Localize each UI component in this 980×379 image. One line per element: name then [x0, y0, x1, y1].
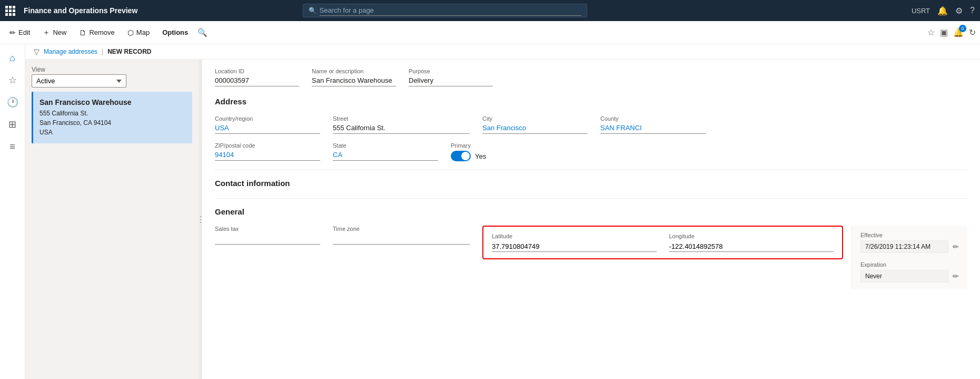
address-grid: Country/region USA Street 555 California…: [215, 115, 967, 134]
view-label: View: [32, 66, 192, 73]
time-zone-label: Time zone: [333, 226, 470, 232]
search-bar[interactable]: 🔍: [303, 4, 587, 17]
sales-tax-field: Sales tax: [215, 226, 320, 245]
breadcrumb-parent[interactable]: Manage addresses: [44, 48, 97, 55]
address-card[interactable]: San Francisco Warehouse 555 California S…: [32, 92, 192, 143]
view-field: View Active: [32, 66, 192, 88]
primary-value: Yes: [475, 152, 486, 160]
street-value[interactable]: 555 California St.: [333, 124, 470, 134]
longitude-label: Longitude: [669, 233, 834, 239]
modules-nav-icon[interactable]: ≡: [3, 137, 22, 156]
filter-icon: [34, 47, 39, 56]
user-label: USRT: [912, 7, 930, 15]
time-zone-input[interactable]: [333, 234, 470, 245]
recent-nav-icon[interactable]: 🕐: [3, 93, 22, 112]
favorites-nav-icon[interactable]: ☆: [3, 71, 22, 90]
top-bar: Finance and Operations Preview 🔍 USRT 🔔 …: [0, 0, 980, 21]
view-select[interactable]: Active: [32, 74, 126, 88]
new-icon: ＋: [43, 28, 50, 37]
purpose-label: Purpose: [409, 68, 493, 74]
county-label: County: [600, 115, 706, 122]
breadcrumb-separator: |: [102, 48, 103, 55]
country-value[interactable]: USA: [215, 124, 320, 134]
effective-field: Effective 7/26/2019 11:23:14 AM ✏: [860, 232, 959, 253]
zip-value[interactable]: 94104: [215, 151, 320, 161]
edit-button[interactable]: ✏ Edit: [4, 25, 35, 40]
expiration-edit-icon[interactable]: ✏: [953, 272, 959, 280]
address-section-header: Address: [215, 97, 967, 108]
street-label: Street: [333, 115, 470, 122]
address-card-line1: 555 California St.: [39, 109, 186, 118]
new-button[interactable]: ＋ New: [37, 25, 72, 41]
effective-edit-icon[interactable]: ✏: [953, 242, 959, 251]
expiration-field: Expiration Never ✏: [860, 261, 959, 283]
app-title: Finance and Operations Preview: [24, 6, 137, 15]
zip-label: ZIP/postal code: [215, 142, 320, 149]
primary-toggle-container: Yes: [451, 151, 546, 161]
toggle-knob: [461, 152, 470, 160]
location-id-label: Location ID: [215, 68, 299, 74]
remove-button[interactable]: 🗋 Remove: [74, 25, 120, 40]
breadcrumb: Manage addresses | NEW RECORD: [25, 44, 980, 60]
state-field: State CA: [333, 142, 438, 161]
address-grid-row2: ZIP/postal code 94104 State CA Primary: [215, 142, 967, 161]
time-zone-field: Time zone: [333, 226, 470, 245]
edit-icon: ✏: [9, 28, 16, 37]
primary-toggle[interactable]: [451, 151, 471, 161]
city-value[interactable]: San Francisco: [482, 124, 588, 134]
home-nav-icon[interactable]: ⌂: [3, 48, 22, 67]
latitude-field: Latitude: [492, 233, 657, 252]
options-button[interactable]: Options: [157, 25, 193, 40]
notification-icon[interactable]: 🔔: [937, 6, 948, 16]
panel-icon[interactable]: ▣: [940, 27, 948, 37]
workspaces-nav-icon[interactable]: ⊞: [3, 115, 22, 134]
settings-icon[interactable]: ⚙: [955, 6, 963, 16]
name-value[interactable]: San Francisco Warehouse: [312, 76, 396, 86]
expiration-value: Never: [860, 270, 948, 283]
address-card-name: San Francisco Warehouse: [39, 98, 186, 106]
general-section-header: General: [215, 207, 967, 218]
primary-field: Primary Yes: [451, 142, 546, 161]
left-panel: View Active San Francisco Warehouse 555 …: [25, 60, 199, 379]
map-icon: ⬡: [127, 28, 134, 37]
purpose-field: Purpose Delivery: [409, 68, 493, 86]
main-content: Manage addresses | NEW RECORD View Activ…: [25, 44, 980, 379]
latitude-input[interactable]: [492, 241, 657, 252]
side-nav: ⌂ ☆ 🕐 ⊞ ≡: [0, 44, 25, 379]
favorite-icon[interactable]: ☆: [927, 27, 935, 37]
purpose-value[interactable]: Delivery: [409, 76, 493, 86]
breadcrumb-current: NEW RECORD: [107, 48, 151, 55]
state-value[interactable]: CA: [333, 151, 438, 161]
app-grid-icon[interactable]: [5, 6, 15, 16]
command-right-icons: ☆ ▣ 🔔 0 ↻: [927, 27, 976, 37]
location-id-field: Location ID 000003597: [215, 68, 299, 86]
effective-label: Effective: [860, 232, 959, 238]
latitude-label: Latitude: [492, 233, 657, 239]
longitude-input[interactable]: [669, 241, 834, 252]
content-area: View Active San Francisco Warehouse 555 …: [25, 60, 980, 379]
badge-button[interactable]: 🔔 0: [953, 27, 964, 37]
right-panel: Location ID 000003597 Name or descriptio…: [202, 60, 980, 379]
primary-label: Primary: [451, 142, 546, 149]
county-value[interactable]: SAN FRANCI: [600, 124, 706, 134]
expiration-value-row: Never ✏: [860, 270, 959, 283]
address-card-line2: San Francisco, CA 94104: [39, 118, 186, 128]
search-input[interactable]: [320, 5, 581, 16]
section-divider-1: [215, 170, 967, 170]
county-field: County SAN FRANCI: [600, 115, 706, 134]
general-grid: Sales tax Time zone Latitude: [215, 226, 843, 259]
refresh-icon[interactable]: ↻: [969, 27, 976, 37]
section-divider-2: [215, 198, 967, 199]
address-card-line3: USA: [39, 128, 186, 137]
map-button[interactable]: ⬡ Map: [122, 25, 155, 40]
country-label: Country/region: [215, 115, 320, 122]
location-id-value[interactable]: 000003597: [215, 76, 299, 86]
help-icon[interactable]: ?: [970, 6, 975, 15]
contact-section-header: Contact information: [215, 179, 967, 190]
command-search-icon[interactable]: 🔍: [197, 28, 207, 37]
command-bar: ✏ Edit ＋ New 🗋 Remove ⬡ Map Options 🔍 ☆ …: [0, 21, 980, 44]
sales-tax-label: Sales tax: [215, 226, 320, 232]
effective-value-row: 7/26/2019 11:23:14 AM ✏: [860, 240, 959, 253]
sales-tax-input[interactable]: [215, 234, 320, 245]
general-layout: Sales tax Time zone Latitude: [215, 226, 967, 289]
